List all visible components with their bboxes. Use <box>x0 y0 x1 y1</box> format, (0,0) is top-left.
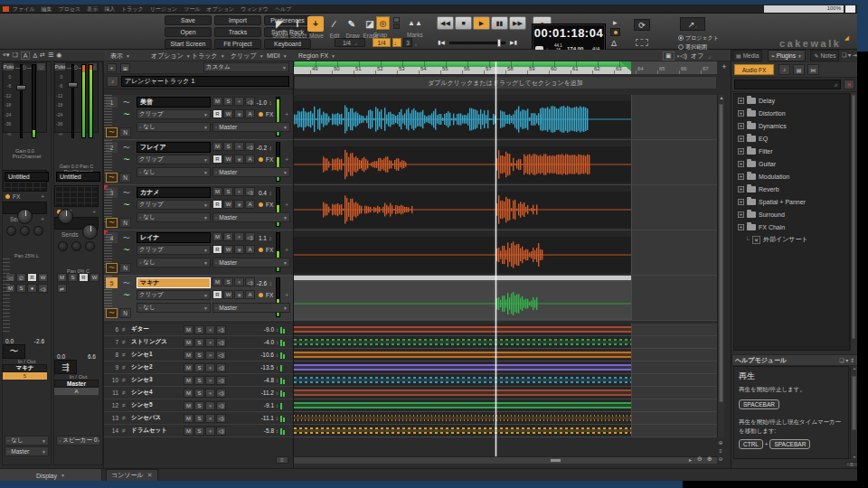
expand-icon[interactable]: + <box>738 199 744 205</box>
track-gain-value[interactable]: -9.1 <box>264 402 276 408</box>
take-lanes-icon[interactable]: 〜 <box>106 308 118 318</box>
take-lanes-icon[interactable]: 〜 <box>106 127 118 137</box>
browser-expand-handle[interactable]: ≡ <box>845 462 857 467</box>
mute-button[interactable]: M <box>184 325 193 334</box>
add-lane-button[interactable]: + <box>719 62 730 73</box>
clip-lane-9[interactable] <box>294 361 717 374</box>
strip-btn2-S[interactable]: S <box>16 284 26 293</box>
menu-item[interactable]: トラック <box>121 6 144 12</box>
menu-item[interactable]: ファイル <box>13 6 35 12</box>
read-button[interactable]: R <box>212 109 222 118</box>
arranger-icon[interactable]: ♪ <box>107 76 118 87</box>
track-header-13[interactable]: 13≢シンセバスMS●◁)-11.1↕ <box>104 412 294 425</box>
snap-value[interactable]: 1/4 <box>373 38 391 47</box>
arm-button[interactable]: ● <box>205 401 215 410</box>
gain-stepper-icon[interactable]: ↕ <box>268 232 273 243</box>
tree-item-reverb[interactable]: +Reverb <box>734 183 849 195</box>
mute-button[interactable]: M <box>184 376 193 385</box>
track-header-9[interactable]: 9≢シンセ2MS●◁)-13.5↕ <box>104 361 294 374</box>
expand-icon[interactable]: + <box>738 110 744 117</box>
draw-tool-icon[interactable]: ✎ <box>344 16 360 32</box>
list-icon[interactable]: ☰ <box>48 52 53 59</box>
loop-button[interactable]: ⟳ <box>634 19 650 31</box>
menu-item[interactable]: 挿入 <box>104 6 115 12</box>
playhead[interactable] <box>495 61 496 456</box>
write-button[interactable]: W <box>223 200 233 209</box>
strip-btn-M[interactable]: M <box>57 273 67 282</box>
clips-horizontal-scrollbar[interactable] <box>294 456 717 464</box>
automation-button[interactable]: A <box>245 200 255 209</box>
freeze-button[interactable]: ✳ <box>234 200 244 209</box>
audio-clip[interactable] <box>294 192 631 228</box>
listen-button[interactable]: ◁) <box>216 338 226 347</box>
track-gain-value[interactable]: -4.8 <box>264 377 276 383</box>
track-name[interactable]: フレイア <box>137 142 211 153</box>
mute-button[interactable]: M <box>212 97 222 106</box>
fader-thumb[interactable] <box>68 82 78 88</box>
mute-button[interactable]: M <box>184 401 193 410</box>
output-dropdown[interactable]: ▫Master▼ <box>212 212 290 222</box>
zoom-in-icon[interactable]: ⊕ <box>707 455 712 463</box>
section-lane[interactable]: ダブルクリックまたはドラッグしてセクションを追加 <box>294 76 717 89</box>
fader-thumb[interactable] <box>16 85 26 90</box>
write-button[interactable]: W <box>223 290 233 299</box>
output-dropdown[interactable]: ▫Master▼ <box>212 303 290 313</box>
gain-stepper-icon[interactable]: ↕ <box>268 187 273 198</box>
tree-scrollbar[interactable] <box>850 93 856 351</box>
track-gain-value[interactable]: -5.8 <box>264 427 276 434</box>
track-name[interactable]: 美音 <box>137 97 211 108</box>
clip-mode-dropdown[interactable]: クリップ▼ <box>137 245 211 255</box>
position-slider-thumb[interactable] <box>497 39 501 47</box>
take-lanes-icon[interactable]: 〜 <box>106 218 118 228</box>
mute-button[interactable]: M <box>184 389 193 398</box>
automation-lanes-icon[interactable]: N <box>119 308 131 318</box>
expand-icon[interactable]: + <box>738 148 744 155</box>
arm-button[interactable]: ● <box>205 338 215 347</box>
mute-button[interactable]: M <box>184 338 193 347</box>
select-tool-icon[interactable]: I <box>289 16 306 32</box>
expand-icon[interactable]: + <box>738 161 744 167</box>
stop-button[interactable]: ■ <box>455 16 472 30</box>
help-dock-icons[interactable]: ❏ ▾ ⇕ <box>839 357 854 363</box>
clips-vertical-scrollbar[interactable]: ▲ <box>717 95 724 437</box>
prochannel-preset[interactable]: Untitled <box>56 172 100 182</box>
fx-rack[interactable]: FX+ <box>256 200 290 210</box>
close-icon[interactable]: ✕ <box>147 472 153 479</box>
listen-button[interactable]: ◁) <box>216 325 226 334</box>
go-end-icon[interactable]: ▶▮ <box>510 39 517 45</box>
solo-button[interactable]: S <box>223 277 233 286</box>
mute-button[interactable]: M <box>212 277 222 286</box>
track-gain-value[interactable]: -10.6 <box>260 352 276 358</box>
tree-item-dynamics[interactable]: +Dynamics <box>734 119 849 132</box>
track-name[interactable]: ギター <box>131 325 184 333</box>
automation-lanes-icon[interactable]: N <box>119 173 131 183</box>
expand-icon[interactable]: + <box>738 98 744 104</box>
toolbar-button-open[interactable]: Open <box>165 27 212 37</box>
track-header-5[interactable]: 5〜マキナMS●◁)-2.6↕〜クリップ▼RW✳AFX+▫なし▼▫Master▼… <box>104 276 294 321</box>
read-button[interactable]: R <box>212 200 222 209</box>
collapse-icon[interactable]: «▾ <box>3 52 9 59</box>
audio-fx-button[interactable]: Audio FX <box>734 64 774 75</box>
clip-lane-3[interactable] <box>294 185 717 230</box>
help-module-header[interactable]: ヘルプモジュール ❏ ▾ ⇕ <box>731 354 857 366</box>
arm-button[interactable]: ● <box>205 389 215 398</box>
export-button[interactable]: ↗⌟ <box>680 17 705 31</box>
track-name[interactable]: シンセバス <box>131 414 184 422</box>
widget-preset-dropdown[interactable]: カスタム▼ <box>203 62 289 72</box>
track-header-8[interactable]: 8≢シンセ1MS●◁)-10.6↕ <box>104 349 294 361</box>
monitor-off-label[interactable]: オフ <box>691 50 703 61</box>
read-button[interactable]: R <box>212 155 222 164</box>
strip-btn-S[interactable]: S <box>68 273 78 282</box>
snap-mode2-icon[interactable] <box>393 23 400 29</box>
automation-button[interactable]: A <box>245 245 255 254</box>
clip-lane-7[interactable] <box>294 336 717 349</box>
gain-stepper-icon[interactable]: ↕ <box>268 277 273 288</box>
solo-button[interactable]: S <box>194 325 204 334</box>
menu-item[interactable]: リージョン <box>150 6 178 12</box>
track-name[interactable]: シンセ3 <box>131 376 184 384</box>
track-header-4[interactable]: 4〜レイナMS●◁)1.1↕〜クリップ▼RW✳AFX+▫なし▼▫Master▼〜… <box>104 230 294 276</box>
fx-rack-row[interactable]: FX+ <box>3 192 47 202</box>
menu-item[interactable]: 表示 <box>87 6 98 12</box>
solo-button[interactable]: S <box>223 97 233 106</box>
scroll-up-icon[interactable]: ▲ <box>718 95 725 102</box>
